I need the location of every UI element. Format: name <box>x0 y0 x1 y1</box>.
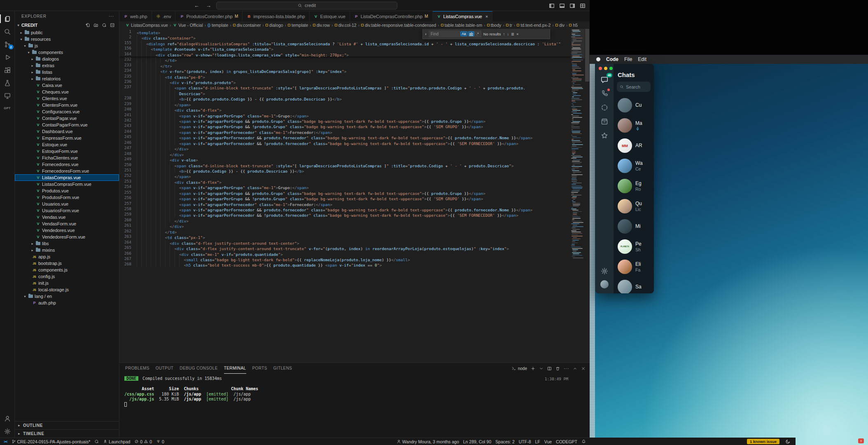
timeline-section[interactable]: ▸TIMELINE <box>15 429 119 438</box>
close-find-icon[interactable]: × <box>516 32 519 36</box>
panel-tab-problems[interactable]: PROBLEMS <box>125 363 149 374</box>
whatsapp-communities-icon[interactable] <box>600 117 609 126</box>
code-line[interactable]: 267<small class="badge bg-light text-dar… <box>119 256 571 261</box>
minimize-window-icon[interactable] <box>604 67 607 70</box>
tab-.env[interactable]: .env <box>152 11 176 21</box>
panel-tab-debug-console[interactable]: DEBUG CONSOLE <box>180 363 217 374</box>
breadcrumb-item[interactable]: VVue - Official <box>173 23 203 28</box>
activity-accounts[interactable] <box>0 412 15 425</box>
chat-list-item[interactable]: QuLic <box>614 196 654 216</box>
tree-item-Caixa.vue[interactable]: VCaixa.vue <box>15 82 119 89</box>
breadcrumb-item[interactable]: template <box>288 23 308 28</box>
line-number[interactable]: 244 <box>119 129 137 134</box>
chat-list-item[interactable]: PLANETAPeSh <box>614 237 654 257</box>
breadcrumb-item[interactable]: tr <box>506 23 512 28</box>
panel-tab-gitlens[interactable]: GITLENS <box>273 363 292 374</box>
line-number[interactable]: 246 <box>119 140 137 145</box>
tree-item-VendasForm.vue[interactable]: VVendasForm.vue <box>15 220 119 227</box>
find-next-icon[interactable]: ↓ <box>507 32 509 36</box>
tab-ListasCompras.vue[interactable]: VListasCompras.vue× <box>433 11 493 21</box>
tree-item-components.js[interactable]: JScomponents.js <box>15 267 119 273</box>
tree-item-ContasPagarForm.vue[interactable]: VContasPagarForm.vue <box>15 122 119 128</box>
whole-word-toggle[interactable]: ab <box>468 31 474 36</box>
line-number[interactable]: 266 <box>119 251 137 256</box>
line-number[interactable]: 262 <box>119 228 137 234</box>
line-number[interactable]: 164 <box>119 51 137 56</box>
apple-logo-icon[interactable] <box>596 57 600 61</box>
code-line[interactable]: 234<tr v-for="(produto, index) in grupos… <box>119 68 571 73</box>
breadcrumb-item[interactable]: h5 <box>569 23 578 28</box>
tree-item-UsuariosForm.vue[interactable]: VUsuariosForm.vue <box>15 207 119 214</box>
code-line[interactable]: 246<span v-if="agruparPorFornecedor && !… <box>119 140 571 145</box>
tree-item-langen[interactable]: ▾lang / en <box>15 293 119 300</box>
activity-testing[interactable] <box>0 76 15 89</box>
line-number[interactable]: 261 <box>119 222 137 228</box>
maximize-panel-icon[interactable] <box>573 366 577 371</box>
tree-item-js[interactable]: ▾js <box>15 42 119 49</box>
status-git-blame[interactable]: Wandry Moura, 3 months ago <box>394 438 461 445</box>
line-number[interactable]: 248 <box>119 151 137 156</box>
code-line[interactable]: 232</td> <box>119 56 571 62</box>
toggle-secondary-sidebar-icon[interactable] <box>569 3 575 9</box>
status-indentation[interactable]: Spaces: 2 <box>493 438 517 445</box>
status-remote-indicator[interactable]: >< <box>2 438 9 445</box>
line-number[interactable]: 259 <box>119 211 137 217</box>
line-number[interactable]: 247 <box>119 145 137 150</box>
tree-item-init.js[interactable]: JSinit.js <box>15 280 119 286</box>
code-line[interactable]: 245<span v-if="agruparPorFornecedor && p… <box>119 134 571 139</box>
menu-edit[interactable]: Edit <box>638 56 646 62</box>
code-line[interactable]: 261</div> <box>119 222 571 228</box>
breadcrumb-item[interactable]: dialogo <box>266 23 283 28</box>
tree-item-app.js[interactable]: JSapp.js <box>15 253 119 260</box>
tab-web.php[interactable]: Pweb.php <box>119 11 152 21</box>
code-line[interactable]: 265<div class="d-flex justify-content-ar… <box>119 245 571 250</box>
code-line[interactable]: 264<div class="d-flex justify-content-ar… <box>119 239 571 245</box>
code-line[interactable]: 237<span class="d-inline-block text-trun… <box>119 84 571 89</box>
code-line[interactable]: 164<div class="row" v-show="!loadings.li… <box>119 51 571 56</box>
line-number[interactable]: 237 <box>119 84 137 89</box>
chat-list-item[interactable]: EgRo <box>614 176 654 196</box>
tree-item-FichaClientes.vue[interactable]: VFichaClientes.vue <box>15 155 119 161</box>
tree-item-mixins[interactable]: ▸mixins <box>15 247 119 253</box>
terminal-shell[interactable]: node <box>511 366 527 371</box>
tree-item-Dashboard.vue[interactable]: VDashboard.vue <box>15 128 119 135</box>
activity-extensions[interactable] <box>0 63 15 76</box>
code-line[interactable]: 241<span v-if="agruparPorGrupo" class="m… <box>119 112 571 117</box>
zoom-window-icon[interactable] <box>609 67 613 70</box>
activity-run-debug[interactable] <box>0 51 15 63</box>
tree-item-Estoque.vue[interactable]: VEstoque.vue <box>15 141 119 148</box>
editor[interactable]: 232</td>233</tr>234<tr v-for="(produto, … <box>119 29 590 363</box>
line-number[interactable]: 252 <box>119 173 137 178</box>
panel-more-icon[interactable]: ··· <box>564 366 569 371</box>
status-gitlens-launchpad[interactable]: Launchpad <box>101 438 132 445</box>
toggle-panel-icon[interactable] <box>559 3 565 9</box>
line-number[interactable]: 239 <box>119 101 137 106</box>
tab-ListaDeComprasController.php[interactable]: PListaDeComprasController.phpM <box>350 11 433 21</box>
tree-item-ProdutosForm.vue[interactable]: VProdutosForm.vue <box>15 194 119 201</box>
code-line[interactable]: 268<h5 class="bold text-success mb-0">{{… <box>119 261 571 267</box>
breadcrumb-item[interactable]: td.text-end.px-2 <box>517 23 551 28</box>
line-number[interactable]: 264 <box>119 239 137 245</box>
refresh-explorer-icon[interactable] <box>102 23 107 28</box>
menu-file[interactable]: File <box>624 56 632 62</box>
line-number[interactable]: 235 <box>119 73 137 79</box>
find-in-selection-icon[interactable]: ≣ <box>511 32 514 36</box>
whatsapp-search[interactable]: Search <box>617 82 651 92</box>
chat-list-item[interactable]: WaCe <box>614 156 654 176</box>
chat-list-item[interactable]: EliFa <box>614 257 654 277</box>
activity-source-control[interactable]: 2 <box>0 38 15 51</box>
breadcrumb-item[interactable]: div.container <box>233 23 261 28</box>
line-number[interactable]: 243 <box>119 123 137 128</box>
breadcrumb-item[interactable]: div <box>555 23 565 28</box>
line-number[interactable]: 253 <box>119 178 137 184</box>
status-notifications[interactable] <box>579 438 588 445</box>
tree-item-Clientes.vue[interactable]: VClientes.vue <box>15 95 119 102</box>
line-number[interactable]: 267 <box>119 256 137 261</box>
whatsapp-settings-icon[interactable] <box>600 267 609 275</box>
line-number[interactable]: 268 <box>119 261 137 267</box>
code-line[interactable]: 252</span> <box>119 173 571 178</box>
match-case-toggle[interactable]: Aa <box>460 31 467 36</box>
find-input[interactable]: Find Aa ab .* <box>429 30 481 37</box>
tree-item-listas[interactable]: ▸listas <box>15 69 119 75</box>
code-line[interactable]: 247</div> <box>119 145 571 150</box>
